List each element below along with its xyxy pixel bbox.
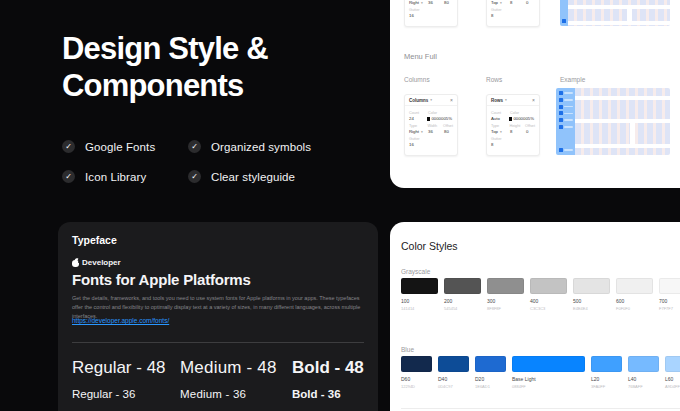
feature-label: Organized symbols bbox=[211, 141, 311, 153]
font-samples-36: Regular - 36 Medium - 36 Bold - 36 bbox=[72, 388, 368, 400]
sample-regular-48: Regular - 48 bbox=[72, 358, 180, 378]
chevron-down-icon[interactable]: ▾ bbox=[430, 98, 432, 102]
swatch-blue-d60: D6012294D bbox=[401, 356, 432, 389]
type-value[interactable]: Right▾ bbox=[409, 129, 428, 134]
offset-label: Offset bbox=[525, 124, 535, 128]
swatch-grayscale-500: 500E4E4E4 bbox=[573, 278, 610, 311]
feature-google-fonts: ✓ Google Fonts bbox=[62, 140, 155, 153]
chevron-down-icon: ▾ bbox=[421, 130, 423, 134]
wireframe-sidebar bbox=[560, 0, 568, 26]
offset-value[interactable]: 80 bbox=[444, 129, 449, 134]
gutter-label: Gutter bbox=[409, 8, 420, 12]
swatch-blue-d40: D400D4C97 bbox=[438, 356, 469, 389]
height-value[interactable]: 8 bbox=[510, 0, 526, 5]
offset-value[interactable]: 80 bbox=[444, 0, 449, 5]
width-value[interactable]: 36 bbox=[428, 129, 444, 134]
count-label: Count bbox=[491, 111, 510, 115]
color-label: Color bbox=[510, 111, 519, 115]
color-styles-title: Color Styles bbox=[401, 240, 458, 252]
chevron-down-icon: ▾ bbox=[421, 1, 423, 5]
example-label: Example bbox=[560, 76, 585, 83]
width-value[interactable]: 36 bbox=[428, 0, 444, 5]
swatch-blue-l20: L203FA0FF bbox=[591, 356, 622, 389]
offset-value[interactable]: 0 bbox=[526, 0, 528, 5]
color-chip[interactable] bbox=[427, 117, 430, 122]
close-icon[interactable]: × bbox=[450, 98, 453, 103]
feature-label: Clear styleguide bbox=[211, 171, 295, 183]
sample-regular-36: Regular - 36 bbox=[72, 388, 180, 400]
height-value[interactable]: 8 bbox=[510, 129, 526, 134]
typeface-heading: Fonts for Apple Platforms bbox=[72, 271, 251, 288]
gutter-value[interactable]: 8 bbox=[491, 13, 493, 18]
check-circle-icon: ✓ bbox=[62, 170, 75, 183]
page-title-line-1: Design Style & bbox=[62, 30, 268, 67]
sample-medium-36: Medium - 36 bbox=[180, 388, 292, 400]
color-hex-value[interactable]: 000000 bbox=[431, 116, 445, 121]
dialog-title: Columns bbox=[409, 98, 428, 103]
typeface-section-label: Typeface bbox=[72, 234, 117, 246]
swatch-grayscale-200: 200545454 bbox=[444, 278, 481, 311]
grayscale-group-label: Grayscale bbox=[401, 268, 430, 275]
apple-fonts-link[interactable]: https://developer.apple.com/fonts/ bbox=[72, 317, 169, 324]
chevron-down-icon: ▾ bbox=[500, 1, 502, 5]
grid-settings-dialog-columns-partial: Columns ▾ × CountColor 240000005% TypeWi… bbox=[404, 0, 458, 27]
type-label: Type bbox=[409, 124, 427, 128]
grid-settings-dialog-columns: Columns ▾ × CountColor 240000005% TypeWi… bbox=[404, 94, 458, 156]
menu-collapsed-example bbox=[560, 0, 670, 26]
type-value[interactable]: Top▾ bbox=[491, 129, 510, 134]
sample-bold-36: Bold - 36 bbox=[292, 388, 341, 400]
color-hex-value[interactable]: 000000 bbox=[513, 116, 527, 121]
swatch-blue-l60: L60A9D4FF bbox=[665, 356, 680, 389]
apple-logo-icon bbox=[72, 259, 79, 267]
swatch-grayscale-600: 600F0F0F0 bbox=[616, 278, 653, 311]
section-label-menu-full: Menu Full bbox=[404, 52, 437, 61]
swatch-blue-base-light: Base Light0884FF bbox=[512, 356, 585, 389]
count-value[interactable]: 24 bbox=[409, 116, 427, 121]
gutter-value[interactable]: 16 bbox=[409, 142, 414, 147]
color-label: Color bbox=[428, 111, 437, 115]
brand-label: Developer bbox=[82, 258, 121, 267]
wireframe-grid bbox=[575, 88, 670, 155]
count-value[interactable]: Auto bbox=[491, 116, 509, 121]
count-label: Count bbox=[409, 111, 428, 115]
opacity-value[interactable]: 5% bbox=[446, 116, 452, 121]
swatch-grayscale-700: 700F7F7F7 bbox=[659, 278, 680, 311]
swatch-grayscale-400: 400C3C3C3 bbox=[530, 278, 567, 311]
grid-settings-dialog-rows: Rows ▾ × CountColor Auto0000005% TypeHei… bbox=[486, 94, 540, 156]
page-title: Design Style & Components bbox=[62, 30, 268, 104]
offset-label: Offset bbox=[443, 124, 453, 128]
chevron-down-icon[interactable]: ▾ bbox=[505, 98, 507, 102]
color-styles-card: Color Styles Grayscale 100141414 2005454… bbox=[390, 222, 680, 411]
feature-icon-library: ✓ Icon Library bbox=[62, 170, 146, 183]
type-value[interactable]: Top▾ bbox=[491, 0, 510, 5]
gutter-value[interactable]: 8 bbox=[491, 142, 493, 147]
color-chip[interactable] bbox=[509, 117, 512, 122]
page-title-line-2: Components bbox=[62, 67, 268, 104]
width-label: Width bbox=[427, 124, 443, 128]
gutter-value[interactable]: 16 bbox=[409, 13, 414, 18]
type-label: Type bbox=[491, 124, 509, 128]
swatch-blue-l40: L4076BAFF bbox=[628, 356, 659, 389]
height-label: Height bbox=[509, 124, 525, 128]
offset-value[interactable]: 0 bbox=[526, 129, 528, 134]
chevron-down-icon: ▾ bbox=[500, 130, 502, 134]
menu-full-example bbox=[556, 88, 670, 155]
gutter-label: Gutter bbox=[491, 137, 502, 141]
check-circle-icon: ✓ bbox=[188, 140, 201, 153]
opacity-value[interactable]: 5% bbox=[528, 116, 534, 121]
wireframe-sidebar bbox=[556, 88, 575, 155]
swatch-grayscale-100: 100141414 bbox=[401, 278, 438, 311]
feature-label: Google Fonts bbox=[85, 141, 155, 153]
swatch-grayscale-300: 3008F8F8F bbox=[487, 278, 524, 311]
close-icon[interactable]: × bbox=[532, 98, 535, 103]
components-card: Columns ▾ × CountColor 240000005% TypeWi… bbox=[390, 0, 680, 188]
check-circle-icon: ✓ bbox=[62, 140, 75, 153]
dialog-title: Rows bbox=[491, 98, 503, 103]
type-value[interactable]: Right▾ bbox=[409, 0, 428, 5]
feature-clear-styleguide: ✓ Clear styleguide bbox=[188, 170, 295, 183]
divider bbox=[401, 408, 680, 409]
gutter-label: Gutter bbox=[491, 8, 502, 12]
sample-bold-48: Bold - 48 bbox=[292, 358, 364, 378]
sample-medium-48: Medium - 48 bbox=[180, 358, 292, 378]
divider bbox=[72, 342, 364, 343]
